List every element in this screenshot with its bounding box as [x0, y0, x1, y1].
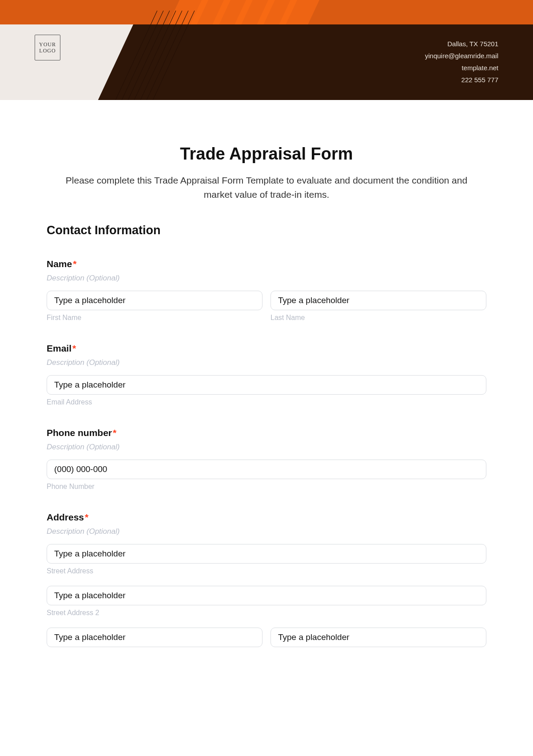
name-label: Name* — [47, 259, 486, 269]
first-name-input[interactable] — [47, 291, 263, 310]
first-name-sublabel: First Name — [47, 314, 263, 322]
street1-sublabel: Street Address — [47, 567, 486, 575]
address-desc: Description (Optional) — [47, 527, 486, 536]
phone-input[interactable] — [47, 460, 486, 479]
form-title: Trade Appraisal Form — [47, 144, 486, 164]
city-input[interactable] — [47, 628, 263, 647]
header-website: template.net — [425, 62, 498, 74]
email-label: Email* — [47, 343, 486, 354]
email-desc: Description (Optional) — [47, 358, 486, 367]
orange-stripes — [169, 0, 338, 24]
last-name-input[interactable] — [270, 291, 486, 310]
header-address: Dallas, TX 75201 — [425, 38, 498, 50]
street2-input[interactable] — [47, 586, 486, 605]
street2-sublabel: Street Address 2 — [47, 609, 486, 617]
form-body: Trade Appraisal Form Please complete thi… — [0, 100, 533, 647]
header-banner: YOUR LOGO Dallas, TX 75201 yinquire@glea… — [0, 0, 533, 100]
name-desc: Description (Optional) — [47, 274, 486, 283]
email-sublabel: Email Address — [47, 398, 486, 406]
header-email: yinquire@gleamride.mail — [425, 50, 498, 62]
field-name: Name* Description (Optional) First Name … — [47, 259, 486, 322]
logo-placeholder: YOUR LOGO — [35, 35, 60, 60]
field-address: Address* Description (Optional) Street A… — [47, 512, 486, 647]
address-label: Address* — [47, 512, 486, 523]
state-input[interactable] — [270, 628, 486, 647]
field-phone: Phone number* Description (Optional) Pho… — [47, 428, 486, 491]
section-contact-heading: Contact Information — [47, 224, 486, 237]
phone-sublabel: Phone Number — [47, 483, 486, 491]
street1-input[interactable] — [47, 544, 486, 564]
phone-desc: Description (Optional) — [47, 443, 486, 452]
phone-label: Phone number* — [47, 428, 486, 438]
header-contact-info: Dallas, TX 75201 yinquire@gleamride.mail… — [425, 38, 498, 86]
email-input[interactable] — [47, 375, 486, 395]
form-description: Please complete this Trade Appraisal For… — [47, 173, 486, 201]
last-name-sublabel: Last Name — [270, 314, 486, 322]
header-phone: 222 555 777 — [425, 74, 498, 86]
field-email: Email* Description (Optional) Email Addr… — [47, 343, 486, 406]
